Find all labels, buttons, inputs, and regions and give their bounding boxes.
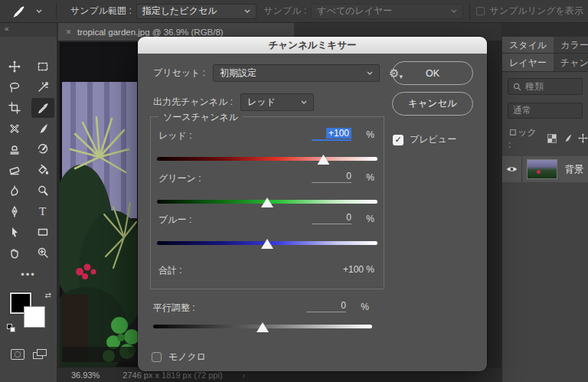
- ok-button[interactable]: OK: [392, 61, 473, 85]
- tool-panel: « T ••• ⇄: [0, 23, 57, 382]
- tab-color[interactable]: カラー: [554, 37, 588, 53]
- hand-tool-icon[interactable]: [3, 243, 26, 263]
- pen-tool-icon[interactable]: [3, 201, 26, 221]
- layer-thumbnail[interactable]: [527, 159, 557, 179]
- constant-unit: %: [361, 302, 369, 312]
- blend-mode-select[interactable]: 通常: [508, 103, 583, 119]
- chevron-down-icon[interactable]: [36, 9, 42, 13]
- red-channel-slider[interactable]: [157, 157, 377, 161]
- screen-mode-icon[interactable]: [33, 349, 47, 360]
- sample-select[interactable]: すべてのレイヤー: [311, 4, 462, 19]
- tropical-garden-photo: [60, 42, 139, 367]
- eyedropper-icon[interactable]: [12, 5, 25, 18]
- sample-ring-label: サンプルリングを表示: [490, 5, 583, 18]
- preview-label: プレビュー: [410, 133, 456, 146]
- document-image[interactable]: [60, 42, 139, 367]
- channel-mixer-dialog: チャンネルミキサー プリセット : 初期設定 ⚙▾ 出力先チャンネル : レッド…: [138, 37, 487, 371]
- history-brush-tool-icon[interactable]: [31, 139, 54, 159]
- preview-checkbox[interactable]: ✓: [393, 135, 403, 145]
- preset-label: プリセット :: [153, 67, 205, 80]
- lock-move-icon[interactable]: [578, 133, 588, 143]
- tab-styles[interactable]: スタイル: [502, 37, 554, 53]
- red-channel-value[interactable]: +100: [312, 128, 351, 141]
- color-swatches: ⇄: [7, 291, 50, 332]
- green-channel-value[interactable]: 0: [312, 171, 351, 183]
- sample-ring-checkbox[interactable]: [476, 7, 485, 15]
- monochrome-label: モノクロ: [168, 351, 206, 364]
- cancel-button[interactable]: キャンセル: [392, 92, 473, 116]
- tool-grid: T: [0, 57, 57, 263]
- layer-row-background[interactable]: 背景: [502, 156, 588, 182]
- status-chevron-icon[interactable]: ›: [243, 371, 246, 380]
- green-slider-thumb[interactable]: [261, 198, 273, 207]
- blue-slider-thumb[interactable]: [261, 239, 273, 249]
- lock-transparency-icon[interactable]: [547, 134, 557, 143]
- close-icon[interactable]: ×: [66, 27, 71, 38]
- move-tool-icon[interactable]: [3, 57, 26, 77]
- default-colors-icon[interactable]: [7, 324, 16, 332]
- dialog-title[interactable]: チャンネルミキサー: [138, 37, 487, 54]
- zoom-level-field[interactable]: 36.93%: [71, 371, 100, 380]
- document-size-info: 2746 px x 1819 px (72 ppi): [122, 371, 222, 380]
- green-channel-slider[interactable]: [157, 200, 377, 204]
- dodge-tool-icon[interactable]: [31, 181, 54, 201]
- output-channel-select[interactable]: レッド: [240, 93, 314, 111]
- output-channel-label: 出力先チャンネル :: [153, 96, 233, 109]
- red-channel-label: レッド :: [158, 129, 192, 142]
- background-color-swatch[interactable]: [24, 306, 45, 328]
- blue-unit: %: [366, 214, 374, 224]
- path-select-tool-icon[interactable]: [3, 222, 26, 242]
- layer-visibility-toggle[interactable]: [502, 156, 522, 182]
- shape-tool-icon[interactable]: [31, 222, 54, 242]
- constant-label: 平行調整 :: [153, 302, 195, 315]
- source-channels-group: ソースチャンネル レッド : +100 % グリーン : 0 % ブルー : 0…: [150, 116, 384, 289]
- brush-tool-icon[interactable]: [31, 119, 54, 139]
- divider: [469, 3, 470, 20]
- chevron-down-icon: [367, 71, 373, 75]
- constant-slider[interactable]: [153, 325, 372, 328]
- blue-channel-slider[interactable]: [157, 241, 377, 245]
- options-bar: サンプル範囲 : 指定したピクセル サンプル : すべてのレイヤー サンプルリン…: [0, 0, 588, 23]
- type-tool-icon[interactable]: T: [31, 201, 54, 221]
- eraser-tool-icon[interactable]: [3, 160, 26, 180]
- source-channels-legend: ソースチャンネル: [158, 111, 243, 124]
- swap-colors-icon[interactable]: ⇄: [45, 291, 51, 299]
- sample-label: サンプル :: [264, 5, 307, 18]
- constant-block: 平行調整 : 0 %: [153, 302, 372, 328]
- sample-range-select[interactable]: 指定したピクセル: [136, 4, 256, 19]
- lock-paint-icon[interactable]: [563, 133, 573, 143]
- clone-stamp-tool-icon[interactable]: [3, 139, 26, 159]
- constant-value[interactable]: 0: [306, 300, 346, 312]
- crop-tool-icon[interactable]: [3, 98, 26, 118]
- red-unit: %: [366, 129, 374, 140]
- divider: [56, 3, 57, 20]
- tab-channels[interactable]: チャンネル: [554, 54, 588, 71]
- marquee-tool-icon[interactable]: [31, 57, 54, 77]
- panel-collapse-button[interactable]: «: [0, 23, 57, 37]
- magic-wand-tool-icon[interactable]: [31, 77, 54, 97]
- paint-bucket-tool-icon[interactable]: [31, 160, 54, 180]
- preset-select[interactable]: 初期設定: [213, 64, 380, 82]
- right-panel: スタイル カラー レイヤー チャンネル 種類 通常 ロック : 背景: [501, 23, 588, 382]
- monochrome-checkbox[interactable]: [152, 352, 162, 362]
- zoom-tool-icon[interactable]: [31, 243, 54, 263]
- green-unit: %: [366, 172, 374, 183]
- red-slider-thumb[interactable]: [317, 155, 329, 165]
- healing-brush-tool-icon[interactable]: [3, 119, 26, 139]
- layer-name: 背景: [565, 163, 583, 176]
- constant-slider-thumb[interactable]: [256, 322, 269, 332]
- document-title: tropical garden.jpg @ 36.9% (RGB/8): [77, 28, 224, 37]
- lock-label: ロック :: [508, 126, 541, 150]
- eye-icon: [506, 165, 518, 173]
- lasso-tool-icon[interactable]: [3, 77, 26, 97]
- smudge-tool-icon[interactable]: [3, 181, 26, 201]
- blue-channel-value[interactable]: 0: [312, 212, 351, 224]
- eyedropper-tool-icon[interactable]: [31, 98, 54, 118]
- edit-toolbar-icon[interactable]: •••: [0, 269, 57, 280]
- quick-mask-icon[interactable]: [11, 349, 24, 360]
- layer-filter-search[interactable]: 種類: [508, 78, 583, 95]
- search-icon: [513, 83, 521, 91]
- sample-range-label: サンプル範囲 :: [70, 5, 132, 18]
- tab-layers[interactable]: レイヤー: [502, 54, 554, 71]
- total-value: +100 %: [321, 264, 374, 276]
